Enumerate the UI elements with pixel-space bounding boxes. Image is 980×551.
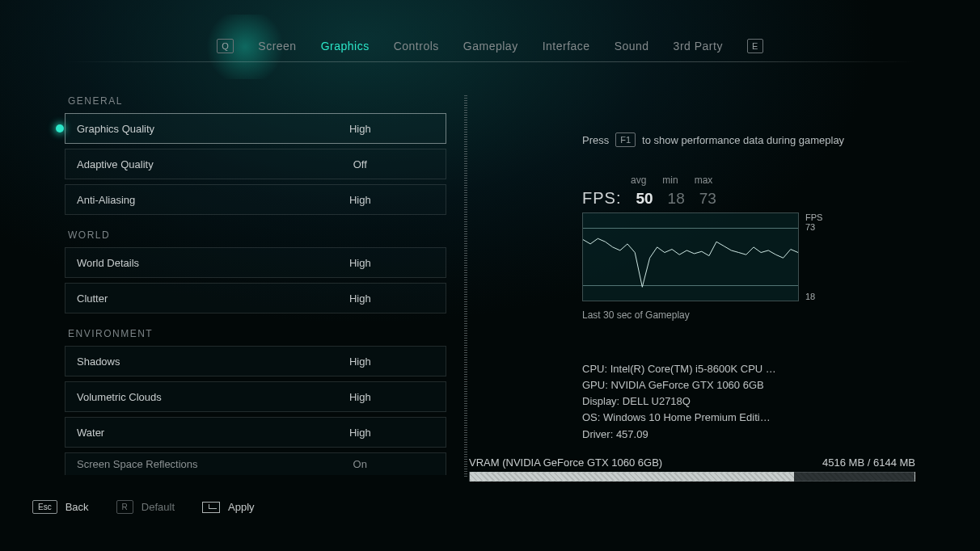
setting-label: Graphics Quality [65, 123, 275, 135]
gpu-value: NVIDIA GeForce GTX 1060 6GB [610, 379, 763, 391]
setting-volumetric-clouds[interactable]: Volumetric Clouds High [65, 381, 446, 412]
fps-headers: avg min max [631, 175, 915, 186]
vram-sep: / [864, 456, 873, 469]
setting-world-details[interactable]: World Details High [65, 247, 446, 278]
setting-value: On [275, 458, 446, 470]
fps-avg: 50 [636, 190, 653, 208]
setting-screen-space-reflections[interactable]: Screen Space Reflections On [65, 452, 446, 475]
setting-value: High [275, 257, 446, 269]
setting-label: Volumetric Clouds [65, 391, 275, 403]
vram-bar [469, 472, 915, 482]
settings-scrollbar[interactable] [464, 95, 467, 478]
setting-value: High [275, 355, 446, 368]
enter-key-icon [202, 502, 220, 513]
tab-gameplay[interactable]: Gameplay [463, 40, 518, 53]
fps-readout: FPS: 50 18 73 [582, 189, 915, 208]
fps-avg-label: avg [631, 175, 646, 186]
cpu-label: CPU: [582, 363, 610, 375]
setting-value: High [275, 123, 446, 135]
chart-caption: Last 30 sec of Gameplay [582, 309, 915, 321]
back-label: Back [65, 501, 89, 513]
setting-label: Anti-Aliasing [65, 194, 275, 206]
os-value: Windows 10 Home Premium Editi… [603, 411, 771, 423]
vram-section: VRAM (NVIDIA GeForce GTX 1060 6GB) 4516 … [469, 456, 915, 482]
fps-max: 73 [699, 190, 716, 208]
tab-screen[interactable]: Screen [258, 40, 296, 53]
settings-panel: GENERAL Graphics Quality High Adaptive Q… [65, 81, 463, 478]
setting-label: Water [65, 427, 275, 439]
system-info: CPU: Intel(R) Core(TM) i5-8600K CPU … GP… [582, 361, 915, 443]
r-key-icon: R [116, 500, 133, 514]
vram-used: 4516 MB [822, 456, 864, 469]
chart-unit: FPS [805, 212, 822, 222]
apply-button[interactable]: Apply [202, 501, 255, 513]
footer: Esc Back R Default Apply [32, 500, 255, 514]
setting-label: Shadows [65, 355, 275, 368]
setting-clutter[interactable]: Clutter High [65, 283, 446, 313]
tab-controls[interactable]: Controls [394, 40, 439, 53]
setting-anti-aliasing[interactable]: Anti-Aliasing High [65, 184, 446, 215]
chart-max: 73 [805, 222, 822, 232]
fps-max-label: max [695, 175, 713, 186]
setting-adaptive-quality[interactable]: Adaptive Quality Off [65, 149, 446, 179]
perf-hint: Press F1 to show performance data during… [582, 132, 915, 147]
apply-label: Apply [228, 501, 255, 513]
tab-interface[interactable]: Interface [543, 40, 590, 53]
selection-dot-icon [56, 124, 64, 132]
tab-sound[interactable]: Sound [615, 40, 649, 53]
os-label: OS: [582, 411, 603, 423]
setting-shadows[interactable]: Shadows High [65, 346, 446, 376]
chart-min: 18 [805, 292, 822, 301]
fps-label: FPS: [582, 189, 621, 208]
hint-key-f1: F1 [615, 132, 636, 147]
vram-label: VRAM (NVIDIA GeForce GTX 1060 6GB) [469, 456, 662, 469]
vram-total: 6144 MB [873, 456, 915, 469]
back-button[interactable]: Esc Back [32, 500, 89, 514]
setting-label: World Details [65, 257, 275, 269]
setting-value: High [275, 194, 446, 206]
tab-3rdparty[interactable]: 3rd Party [674, 40, 723, 53]
setting-value: Off [275, 158, 446, 170]
chart-y-labels: FPS 73 18 [805, 212, 822, 301]
hint-suffix: to show performance data during gameplay [642, 134, 844, 146]
fps-chart [582, 212, 799, 301]
hint-prefix: Press [582, 134, 609, 146]
driver-label: Driver: [582, 428, 616, 440]
fps-chart-svg [583, 213, 798, 301]
display-value: DELL U2718Q [623, 395, 691, 407]
default-label: Default [142, 501, 175, 513]
setting-graphics-quality[interactable]: Graphics Quality High [65, 113, 446, 144]
setting-label: Clutter [65, 292, 275, 305]
cpu-value: Intel(R) Core(TM) i5-8600K CPU … [610, 363, 776, 375]
fps-min: 18 [668, 190, 685, 208]
setting-value: High [275, 391, 446, 403]
fps-min-label: min [662, 175, 678, 186]
top-nav: Q Screen Graphics Controls Gameplay Inte… [0, 39, 980, 53]
esc-key-icon: Esc [32, 500, 57, 514]
setting-label: Screen Space Reflections [65, 458, 275, 470]
display-label: Display: [582, 395, 623, 407]
section-general-title: GENERAL [68, 95, 446, 107]
gpu-label: GPU: [582, 379, 610, 391]
tab-graphics[interactable]: Graphics [321, 40, 370, 53]
nav-prev-key[interactable]: Q [217, 39, 234, 53]
driver-value: 457.09 [616, 428, 648, 440]
default-button[interactable]: R Default [116, 500, 175, 514]
nav-divider [65, 61, 915, 62]
setting-water[interactable]: Water High [65, 417, 446, 448]
info-panel: Press F1 to show performance data during… [463, 81, 915, 478]
nav-next-key[interactable]: E [747, 39, 763, 53]
setting-value: High [275, 427, 446, 439]
setting-value: High [275, 292, 446, 305]
section-world-title: WORLD [68, 229, 446, 241]
setting-label: Adaptive Quality [65, 158, 275, 170]
section-environment-title: ENVIRONMENT [68, 328, 446, 339]
